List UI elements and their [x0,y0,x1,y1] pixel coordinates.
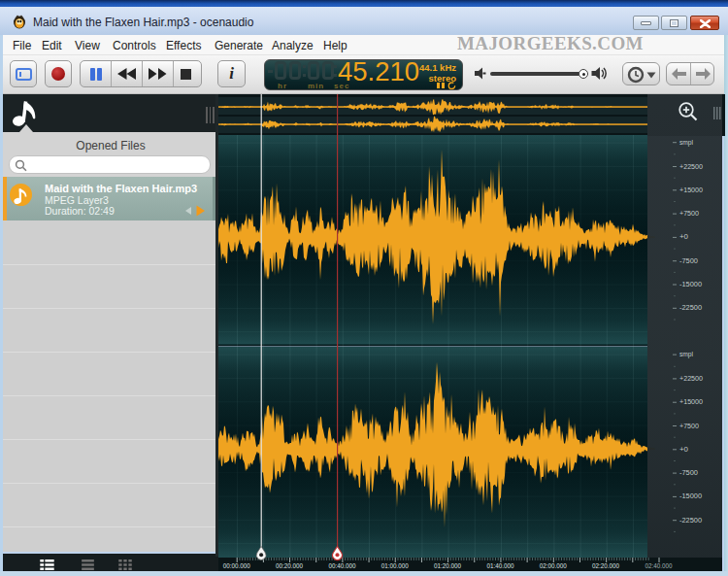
svg-text:smpl: smpl [679,351,693,358]
svg-text:+0: +0 [679,446,688,453]
svg-text:+22500: +22500 [679,163,703,170]
svg-text:02:00.000: 02:00.000 [540,562,567,569]
svg-text:+0: +0 [679,233,688,240]
svg-text:-7500: -7500 [679,469,698,476]
svg-text:smpl: smpl [679,139,693,147]
svg-text:+22500: +22500 [679,375,703,382]
svg-text:+7500: +7500 [679,423,699,429]
svg-text:01:40.000: 01:40.000 [487,562,514,569]
svg-text:00:20.000: 00:20.000 [276,562,303,569]
svg-text:00:40.000: 00:40.000 [328,562,355,569]
svg-text:-15000: -15000 [679,281,702,288]
svg-text:-22500: -22500 [679,517,702,524]
svg-text:02:20.000: 02:20.000 [592,562,619,569]
svg-text:-15000: -15000 [679,492,702,499]
svg-text:-22500: -22500 [679,304,702,311]
svg-text:02:40.000: 02:40.000 [645,562,673,569]
svg-text:-7500: -7500 [679,257,698,264]
svg-text:+15000: +15000 [679,398,703,405]
svg-text:+7500: +7500 [679,210,699,217]
svg-text:01:20.000: 01:20.000 [434,562,461,569]
svg-text:+15000: +15000 [679,186,703,193]
svg-text:00:00.000: 00:00.000 [223,562,250,569]
svg-text:01:00.000: 01:00.000 [381,562,409,569]
